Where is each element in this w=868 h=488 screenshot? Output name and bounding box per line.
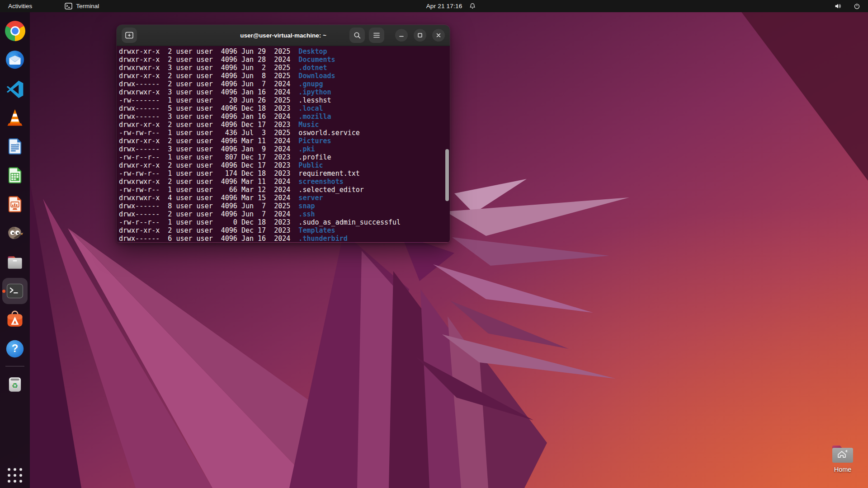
new-tab-icon [125, 32, 133, 39]
help-icon: ? [5, 339, 25, 359]
terminal-row: drwxr-xr-x 2 user user 4096 Jun 29 2025 … [119, 47, 450, 56]
gimp-icon [5, 223, 25, 243]
terminal-row: drwxr-xr-x 2 user user 4096 Jun 8 2025 D… [119, 72, 450, 80]
terminal-row: drwxr-xr-x 2 user user 4096 Dec 17 2023 … [119, 226, 450, 235]
dock-item-vscode[interactable] [2, 74, 28, 103]
writer-icon [5, 137, 24, 156]
terminal-row: drwx------ 6 user user 4096 Jan 16 2024 … [119, 235, 450, 243]
dock-item-ubuntu-software[interactable] [2, 305, 28, 334]
minimize-button[interactable] [395, 29, 408, 42]
home-folder-desktop-icon[interactable]: Home [826, 444, 860, 473]
dock-item-help[interactable]: ? [2, 334, 28, 363]
focused-app-label: Terminal [76, 3, 99, 9]
terminal-output: drwxr-xr-x 2 user user 4096 Jun 29 2025 … [119, 47, 450, 243]
svg-text:♻: ♻ [12, 381, 18, 390]
terminal-content-area[interactable]: drwxr-xr-x 2 user user 4096 Jun 29 2025 … [117, 46, 450, 242]
dock-item-trash[interactable]: ♻ [2, 370, 28, 399]
close-button[interactable] [432, 29, 445, 42]
clock-menu[interactable]: Apr 21 17:16 [426, 0, 476, 12]
terminal-titlebar[interactable]: user@user-virtual-machine: ~ [117, 25, 450, 46]
system-status-area[interactable] [827, 0, 868, 12]
activities-button[interactable]: Activities [0, 0, 40, 12]
dock-item-files[interactable] [2, 248, 28, 277]
terminal-row: -rw-rw-r-- 1 user user 66 Mar 12 2024 .s… [119, 186, 450, 194]
terminal-row: -rw------- 1 user user 20 Jun 26 2025 .l… [119, 96, 450, 104]
menu-button[interactable] [369, 28, 384, 43]
top-bar: Activities Terminal Apr 21 17:16 [0, 0, 868, 12]
terminal-row: drwx------ 3 user user 4096 Jan 9 2024 .… [119, 145, 450, 153]
search-button[interactable] [349, 28, 365, 43]
new-tab-button[interactable] [122, 28, 137, 43]
terminal-row: drwxrwxr-x 3 user user 4096 Jun 2 2025 .… [119, 64, 450, 72]
terminal-app-icon [5, 281, 25, 301]
vscode-icon [5, 79, 25, 99]
notification-bell-icon [468, 2, 476, 10]
volume-icon [834, 2, 842, 10]
terminal-row: -rw-r--r-- 1 user user 807 Dec 17 2023 .… [119, 153, 450, 161]
power-icon [853, 2, 861, 10]
impress-icon [5, 195, 24, 214]
terminal-row: drwx------ 8 user user 4096 Jun 7 2025 s… [119, 202, 450, 210]
show-apps-icon [8, 468, 22, 483]
maximize-button[interactable] [414, 29, 426, 42]
terminal-row: -rw-rw-r-- 1 user user 174 Dec 18 2023 r… [119, 169, 450, 178]
terminal-row: drwxr-xr-x 2 user user 4096 Dec 17 2023 … [119, 121, 450, 129]
dock-item-terminal[interactable] [2, 277, 28, 305]
maximize-icon [417, 33, 423, 38]
software-icon [5, 310, 25, 330]
terminal-row: drwxr-xr-x 2 user user 4096 Mar 11 2024 … [119, 137, 450, 145]
dock-item-chrome[interactable] [2, 16, 28, 45]
dock-item-gimp[interactable] [2, 219, 28, 248]
dock: ? ♻ [0, 12, 30, 488]
terminal-row: drwx------ 2 user user 4096 Jun 7 2024 .… [119, 210, 450, 218]
calc-icon [5, 166, 24, 185]
close-icon [436, 33, 441, 38]
dock-item-thunderbird[interactable] [2, 45, 28, 74]
show-applications-button[interactable] [2, 463, 28, 488]
terminal-row: drwxr-xr-x 2 user user 4096 Jan 28 2024 … [119, 56, 450, 64]
home-folder-icon [830, 444, 855, 465]
vlc-icon [5, 108, 25, 127]
terminal-icon [65, 3, 72, 9]
terminal-row: drwx------ 2 user user 4096 Jun 7 2024 .… [119, 80, 450, 88]
terminal-row: -rw-rw-r-- 1 user user 436 Jul 3 2025 os… [119, 129, 450, 137]
dock-item-vlc[interactable] [2, 103, 28, 132]
terminal-row: drwx------ 3 user user 4096 Jan 16 2024 … [119, 113, 450, 121]
dock-item-calc[interactable] [2, 161, 28, 190]
chrome-icon [5, 21, 25, 41]
terminal-row: -rw-r--r-- 1 user user 0 Dec 18 2023 .su… [119, 218, 450, 226]
dock-item-impress[interactable] [2, 190, 28, 219]
clock-text: Apr 21 17:16 [426, 3, 462, 9]
dock-item-writer[interactable] [2, 132, 28, 161]
minimize-icon [399, 33, 404, 38]
terminal-row: drwxrwxr-x 3 user user 4096 Jan 16 2024 … [119, 88, 450, 96]
focused-app-menu[interactable]: Terminal [58, 0, 105, 12]
trash-icon: ♻ [5, 375, 24, 394]
terminal-row: drwx------ 5 user user 4096 Dec 18 2023 … [119, 104, 450, 113]
terminal-window: user@user-virtual-machine: ~ [117, 25, 450, 243]
terminal-scrollbar-thumb[interactable] [445, 149, 449, 201]
dock-divider [5, 366, 24, 366]
window-title: user@user-virtual-machine: ~ [240, 32, 326, 39]
terminal-row: drwxr-xr-x 2 user user 4096 Dec 17 2023 … [119, 161, 450, 169]
thunderbird-icon [5, 49, 25, 70]
home-folder-label: Home [834, 466, 852, 473]
search-icon [354, 32, 361, 39]
files-icon [5, 252, 25, 272]
terminal-row: drwxrwxr-x 2 user user 4096 Mar 11 2024 … [119, 178, 450, 186]
terminal-row: drwxrwxr-x 4 user user 4096 Mar 15 2024 … [119, 194, 450, 202]
hamburger-menu-icon [373, 32, 380, 38]
svg-text:?: ? [12, 342, 19, 354]
